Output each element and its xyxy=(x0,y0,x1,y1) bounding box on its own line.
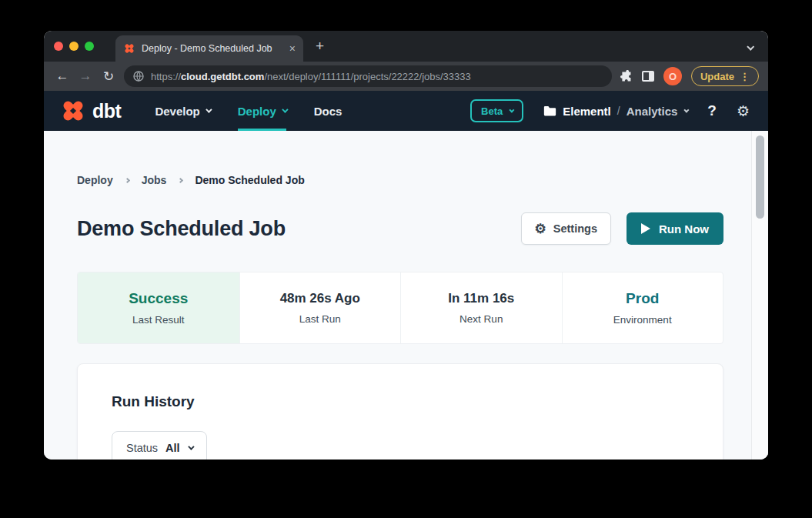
stat-label: Next Run xyxy=(459,313,503,325)
nav-develop-label: Develop xyxy=(155,105,199,118)
run-now-button[interactable]: Run Now xyxy=(627,212,723,245)
folder-icon xyxy=(543,105,556,116)
stat-environment: Prod Environment xyxy=(562,272,723,343)
job-stats-row: Success Last Result 48m 26s Ago Last Run… xyxy=(77,272,723,344)
side-panel-icon[interactable] xyxy=(642,71,654,82)
url-path: /next/deploy/111111/projects/22222/jobs/… xyxy=(264,71,470,82)
window-controls xyxy=(44,42,105,51)
status-filter-label: Status xyxy=(126,442,158,454)
browser-window: Deploy - Demo Scheduled Job × + ← → ↻ ht… xyxy=(44,31,768,460)
project-name: Analytics xyxy=(627,105,678,118)
profile-avatar[interactable]: O xyxy=(663,67,682,85)
nav-item-docs[interactable]: Docs xyxy=(314,91,343,131)
settings-gear-icon[interactable]: ⚙ xyxy=(737,104,750,119)
extensions-puzzle-icon[interactable] xyxy=(620,70,633,83)
nav-item-deploy[interactable]: Deploy xyxy=(238,91,286,131)
stat-value: In 11m 16s xyxy=(448,291,514,306)
org-project-separator: / xyxy=(617,105,620,117)
address-bar[interactable]: https://cloud.getdbt.com/next/deploy/111… xyxy=(124,65,612,87)
breadcrumb-current: Demo Scheduled Job xyxy=(195,174,304,186)
zoom-window-button[interactable] xyxy=(85,42,94,51)
tab-search-chevron-icon[interactable] xyxy=(747,39,753,53)
stat-value: 48m 26s Ago xyxy=(280,291,360,306)
chevron-right-icon xyxy=(125,177,130,182)
scrollbar-track[interactable] xyxy=(751,131,768,460)
run-now-label: Run Now xyxy=(659,222,709,236)
settings-button[interactable]: ⚙ Settings xyxy=(521,212,611,245)
update-browser-button[interactable]: Update ⋮ xyxy=(691,66,759,86)
help-icon[interactable]: ? xyxy=(707,102,717,119)
stat-value: Success xyxy=(129,290,188,307)
breadcrumb-jobs[interactable]: Jobs xyxy=(142,174,167,186)
close-tab-icon[interactable]: × xyxy=(289,43,296,54)
url-scheme: https:// xyxy=(151,71,181,82)
stat-label: Environment xyxy=(613,314,672,326)
close-window-button[interactable] xyxy=(54,42,63,51)
stat-next-run: In 11m 16s Next Run xyxy=(400,272,562,343)
tab-title: Deploy - Demo Scheduled Job xyxy=(142,43,283,54)
main-column: Deploy Jobs Demo Scheduled Job Demo Sche… xyxy=(77,131,723,460)
stat-label: Last Result xyxy=(132,314,185,326)
status-filter-value: All xyxy=(165,442,180,454)
run-history-card: Run History Status All xyxy=(77,363,723,460)
browser-menu-kebab-icon[interactable]: ⋮ xyxy=(740,71,750,82)
title-row: Demo Scheduled Job ⚙ Settings Run Now xyxy=(77,212,723,245)
chevron-right-icon xyxy=(178,177,183,182)
play-icon xyxy=(641,223,650,234)
new-tab-button[interactable]: + xyxy=(316,38,324,55)
forward-button[interactable]: → xyxy=(75,65,96,87)
page-title: Demo Scheduled Job xyxy=(77,217,286,241)
beta-dropdown-button[interactable]: Beta xyxy=(470,99,523,122)
url-text: https://cloud.getdbt.com/next/deploy/111… xyxy=(151,71,471,82)
chevron-down-icon xyxy=(188,443,194,449)
gear-icon: ⚙ xyxy=(535,222,546,236)
minimize-window-button[interactable] xyxy=(69,42,79,51)
browser-toolbar: ← → ↻ https://cloud.getdbt.com/next/depl… xyxy=(44,62,768,91)
url-host: cloud.getdbt.com xyxy=(181,71,264,82)
project-selector[interactable]: Elementl / Analytics xyxy=(543,105,687,118)
status-filter-dropdown[interactable]: Status All xyxy=(112,431,207,460)
stat-label: Last Run xyxy=(299,313,341,325)
settings-button-label: Settings xyxy=(553,222,597,235)
beta-label: Beta xyxy=(481,105,503,117)
run-history-title: Run History xyxy=(112,393,689,410)
stat-value: Prod xyxy=(626,290,659,307)
toolbar-icons: O Update ⋮ xyxy=(620,66,760,86)
title-actions: ⚙ Settings Run Now xyxy=(521,212,723,245)
nav-docs-label: Docs xyxy=(314,105,343,118)
dbt-favicon-icon xyxy=(123,42,135,55)
dbt-logo-icon xyxy=(59,97,87,125)
primary-nav: Develop Deploy Docs xyxy=(155,91,342,131)
site-info-globe-icon[interactable] xyxy=(133,71,144,82)
scrollbar-thumb[interactable] xyxy=(756,135,764,219)
browser-tab[interactable]: Deploy - Demo Scheduled Job × xyxy=(115,35,303,62)
page-content: Deploy Jobs Demo Scheduled Job Demo Sche… xyxy=(44,131,768,460)
dbt-wordmark: dbt xyxy=(92,100,121,122)
stat-last-result: Success Last Result xyxy=(78,272,239,343)
breadcrumb-deploy[interactable]: Deploy xyxy=(77,174,113,186)
chevron-down-icon xyxy=(282,106,288,112)
stat-last-run: 48m 26s Ago Last Run xyxy=(239,272,401,343)
tab-strip: Deploy - Demo Scheduled Job × + xyxy=(44,31,768,62)
org-name: Elementl xyxy=(563,105,611,118)
back-button[interactable]: ← xyxy=(52,65,73,87)
nav-deploy-label: Deploy xyxy=(238,105,276,118)
chevron-down-icon xyxy=(684,107,690,112)
reload-button[interactable]: ↻ xyxy=(98,65,119,87)
dbt-logo[interactable]: dbt xyxy=(59,97,121,125)
chevron-down-icon xyxy=(510,107,515,112)
update-label: Update xyxy=(700,71,734,82)
nav-item-develop[interactable]: Develop xyxy=(155,91,209,131)
chevron-down-icon xyxy=(206,106,212,112)
dbt-nav-bar: dbt Develop Deploy Docs Beta xyxy=(44,91,768,131)
breadcrumb: Deploy Jobs Demo Scheduled Job xyxy=(77,174,723,186)
nav-right-group: Beta Elementl / Analytics ? ⚙ xyxy=(470,99,750,122)
